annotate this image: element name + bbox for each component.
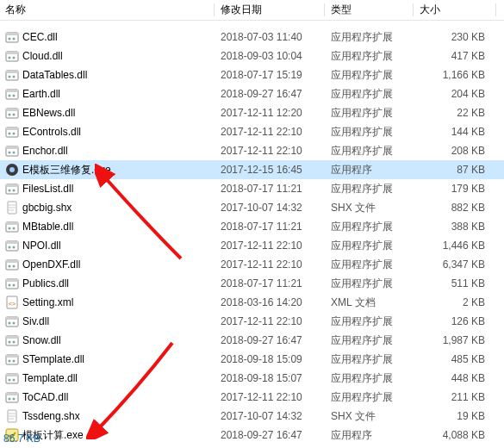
- file-name-cell: Snow.dll: [0, 333, 215, 347]
- file-size-cell: 1,446 KB: [414, 240, 497, 252]
- file-name-label: Siv.dll: [22, 315, 49, 327]
- file-row[interactable]: FilesList.dll2018-07-17 11:21应用程序扩展179 K…: [0, 179, 504, 198]
- file-row[interactable]: Snow.dll2018-09-27 16:47应用程序扩展1,987 KB: [0, 331, 504, 350]
- file-type-cell: 应用程序扩展: [326, 49, 414, 64]
- svg-point-49: [9, 284, 11, 287]
- file-date-cell: 2017-12-11 12:20: [215, 107, 326, 119]
- file-icon: [5, 409, 19, 423]
- file-type-cell: 应用程序: [326, 163, 414, 177]
- file-name-label: NPOI.dll: [22, 240, 61, 252]
- svg-point-18: [9, 114, 11, 116]
- file-row[interactable]: Cloud.dll2018-09-03 10:04应用程序扩展417 KB: [0, 47, 504, 65]
- file-size-cell: 208 KB: [414, 145, 497, 157]
- file-row[interactable]: EBNews.dll2017-12-11 12:20应用程序扩展22 KB: [0, 103, 504, 122]
- svg-point-72: [13, 398, 16, 401]
- file-name-label: FilesList.dll: [22, 183, 73, 195]
- file-row[interactable]: OpenDXF.dll2017-12-11 22:10应用程序扩展6,347 K…: [0, 255, 504, 274]
- file-date-cell: 2018-07-17 15:19: [215, 69, 326, 81]
- column-header-size[interactable]: 大小: [414, 0, 497, 20]
- file-row[interactable]: STemplate.dll2018-09-18 15:09应用程序扩展485 K…: [0, 350, 504, 369]
- file-type-cell: 应用程序扩展: [326, 220, 414, 234]
- file-row[interactable]: E模板三维修复.exe2017-12-15 16:45应用程序87 KB: [0, 160, 504, 179]
- dll-icon: [5, 106, 19, 120]
- file-row[interactable]: Enchor.dll2017-12-11 22:10应用程序扩展208 KB: [0, 141, 504, 160]
- file-size-cell: 1,166 KB: [414, 69, 497, 81]
- svg-rect-48: [6, 279, 18, 282]
- file-type-cell: 应用程序扩展: [326, 390, 414, 405]
- file-date-cell: 2018-09-18 15:09: [215, 353, 326, 365]
- dll-icon: [5, 314, 19, 328]
- file-type-cell: 应用程序: [326, 428, 414, 443]
- file-type-cell: 应用程序扩展: [326, 277, 414, 291]
- file-date-cell: 2018-03-16 14:20: [215, 296, 326, 308]
- file-size-cell: 511 KB: [414, 277, 497, 289]
- file-name-label: Template.dll: [22, 372, 78, 384]
- file-name-cell: OpenDXF.dll: [0, 258, 215, 271]
- file-name-label: CEC.dll: [22, 31, 58, 43]
- file-row[interactable]: NPOI.dll2017-12-11 22:10应用程序扩展1,446 KB: [0, 236, 504, 255]
- dll-icon: [5, 220, 19, 233]
- file-row[interactable]: ToCAD.dll2017-12-11 22:10应用程序扩展211 KB: [0, 388, 504, 407]
- column-header-name[interactable]: 名称: [0, 0, 215, 20]
- svg-rect-54: [6, 317, 18, 320]
- dll-icon: [5, 144, 19, 158]
- file-date-cell: 2018-07-17 11:21: [215, 221, 326, 233]
- file-name-label: Earth.dll: [22, 88, 60, 100]
- file-row[interactable]: MBtable.dll2018-07-17 11:21应用程序扩展388 KB: [0, 217, 504, 236]
- file-row[interactable]: Earth.dll2018-09-27 16:47应用程序扩展204 KB: [0, 84, 504, 103]
- file-size-cell: 22 KB: [414, 107, 497, 119]
- svg-point-6: [9, 57, 11, 59]
- file-size-cell: 485 KB: [414, 353, 497, 365]
- file-date-cell: 2017-12-11 22:10: [215, 315, 326, 327]
- svg-rect-36: [6, 222, 18, 225]
- file-name-cell: E模板三维修复.exe: [0, 163, 215, 177]
- svg-point-27: [13, 152, 16, 154]
- file-date-cell: 2018-07-03 11:40: [215, 31, 326, 43]
- file-row[interactable]: [0, 21, 504, 28]
- file-type-cell: SHX 文件: [326, 201, 414, 215]
- file-name-label: STemplate.dll: [22, 353, 84, 365]
- file-date-cell: 2018-09-27 16:47: [215, 88, 326, 100]
- file-type-cell: 应用程序扩展: [326, 352, 414, 367]
- file-name-cell: Siv.dll: [0, 314, 215, 328]
- file-type-cell: 应用程序扩展: [326, 333, 414, 348]
- file-row[interactable]: 模板计算.exe2018-09-27 16:47应用程序4,088 KB: [0, 426, 504, 445]
- file-row[interactable]: Template.dll2018-09-18 15:07应用程序扩展448 KB: [0, 369, 504, 388]
- svg-point-29: [9, 167, 15, 172]
- svg-point-55: [9, 322, 11, 325]
- svg-rect-40: [6, 241, 18, 244]
- file-date-cell: 2017-12-11 22:10: [215, 391, 326, 403]
- file-name-cell: DataTables.dll: [0, 68, 215, 82]
- file-type-cell: 应用程序扩展: [326, 144, 414, 159]
- file-row[interactable]: Tssdeng.shx2017-10-07 14:32SHX 文件19 KB: [0, 407, 504, 426]
- file-row[interactable]: Publics.dll2018-07-17 11:21应用程序扩展511 KB: [0, 274, 504, 293]
- svg-point-41: [9, 246, 11, 249]
- svg-point-56: [13, 322, 16, 325]
- column-header-type[interactable]: 类型: [326, 0, 414, 20]
- file-name-cell: STemplate.dll: [0, 352, 215, 366]
- file-name-cell: Publics.dll: [0, 277, 215, 290]
- file-type-cell: 应用程序扩展: [326, 182, 414, 196]
- file-row[interactable]: <>Setting.xml2018-03-16 14:20XML 文档2 KB: [0, 293, 504, 312]
- file-type-cell: 应用程序扩展: [326, 258, 414, 272]
- file-row[interactable]: CEC.dll2018-07-03 11:40应用程序扩展230 KB: [0, 28, 504, 47]
- file-name-cell: MBtable.dll: [0, 220, 215, 233]
- file-row[interactable]: gbcbig.shx2017-10-07 14:32SHX 文件882 KB: [0, 198, 504, 217]
- file-size-cell: 179 KB: [414, 183, 497, 195]
- column-header-date-label: 修改日期: [221, 3, 262, 17]
- file-row[interactable]: Siv.dll2017-12-11 22:10应用程序扩展126 KB: [0, 312, 504, 331]
- dll-icon: [5, 182, 19, 196]
- file-size-cell: 204 KB: [414, 88, 497, 100]
- column-header-date[interactable]: 修改日期: [215, 0, 326, 20]
- file-row[interactable]: EControls.dll2017-12-11 22:10应用程序扩展144 K…: [0, 122, 504, 141]
- dll-icon: [5, 277, 19, 290]
- file-name-label: EControls.dll: [22, 126, 81, 138]
- file-type-cell: SHX 文件: [326, 409, 414, 424]
- file-row[interactable]: DataTables.dll2018-07-17 15:19应用程序扩展1,16…: [0, 65, 504, 84]
- column-header-type-label: 类型: [331, 3, 352, 17]
- svg-point-3: [13, 38, 16, 40]
- file-name-label: Enchor.dll: [22, 145, 68, 157]
- file-size-cell: 144 KB: [414, 126, 497, 138]
- dll-icon: [5, 125, 19, 139]
- file-name-label: E模板三维修复.exe: [22, 163, 111, 177]
